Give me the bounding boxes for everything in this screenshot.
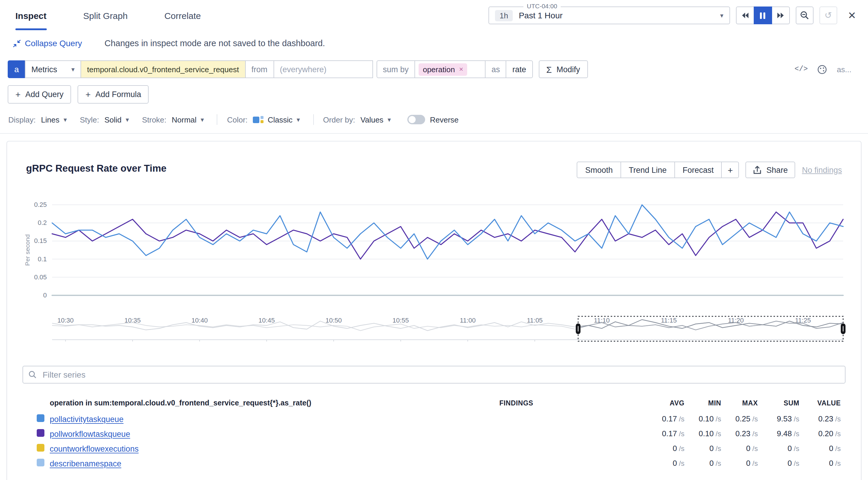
- smooth-label: Smooth: [585, 165, 613, 174]
- share-button[interactable]: Share: [746, 162, 796, 178]
- order-by-dropdown[interactable]: Values▾: [361, 115, 391, 124]
- value-cell: 0.20 /s: [799, 429, 841, 438]
- table-row[interactable]: describenamespace0 /s0 /s0 /s0 /s0 /s: [7, 456, 861, 471]
- pause-button[interactable]: [754, 6, 772, 24]
- remove-tag-icon[interactable]: ×: [459, 65, 463, 73]
- as-more-label[interactable]: as...: [837, 65, 851, 74]
- color-dropdown[interactable]: Classic▾: [268, 115, 300, 124]
- add-formula-label: Add Formula: [95, 90, 141, 99]
- filter-series-box: [23, 366, 845, 384]
- column-min[interactable]: MIN: [684, 399, 721, 407]
- top-bar: Inspect Split Graph Correlate UTC-04:00 …: [0, 0, 868, 31]
- mode-tabs: Inspect Split Graph Correlate: [16, 0, 201, 31]
- filter-series-input[interactable]: [41, 369, 840, 380]
- series-name-cell[interactable]: pollactivitytaskqueue: [50, 413, 392, 424]
- tab-split-graph-label: Split Graph: [83, 10, 128, 21]
- reverse-toggle[interactable]: [407, 115, 425, 124]
- series-name-cell[interactable]: describenamespace: [50, 458, 392, 469]
- time-controls: UTC-04:00 1h Past 1 Hour ▾ ↺: [489, 6, 857, 24]
- query-actions: + Add Query + Add Formula: [8, 85, 868, 103]
- query-extra-icons: </> as...: [795, 60, 856, 78]
- value-cell: 0 /s: [799, 459, 841, 468]
- skip-forward-button[interactable]: [772, 6, 790, 24]
- group-by-tag[interactable]: operation ×: [418, 63, 467, 75]
- add-query-button[interactable]: + Add Query: [8, 85, 71, 103]
- series-color-swatch: [37, 444, 44, 451]
- add-query-label: Add Query: [26, 90, 64, 99]
- sum-cell: 9.53 /s: [758, 414, 799, 423]
- close-icon: ✕: [848, 10, 857, 21]
- group-by-field[interactable]: operation ×: [414, 60, 486, 78]
- skip-back-icon: [741, 11, 750, 20]
- divider: [217, 114, 218, 125]
- no-findings-link[interactable]: No findings: [802, 165, 842, 174]
- series-name-link[interactable]: describenamespace: [50, 459, 121, 468]
- from-label: from: [245, 60, 274, 78]
- section-divider: [0, 133, 868, 134]
- swatch-lightblue: [260, 116, 264, 119]
- chart-toolbar: Smooth Trend Line Forecast + Share No fi…: [577, 162, 842, 178]
- palette-icon[interactable]: [817, 64, 828, 74]
- style-dropdown[interactable]: Solid▾: [104, 115, 129, 124]
- column-max[interactable]: MAX: [721, 399, 758, 407]
- svg-text:0.25: 0.25: [34, 201, 47, 208]
- min-cell: 0.10 /s: [684, 414, 721, 423]
- max-cell: 0.25 /s: [721, 414, 758, 423]
- series-name-cell[interactable]: countworkflowexecutions: [50, 443, 392, 454]
- trend-line-button[interactable]: Trend Line: [621, 162, 675, 178]
- modify-button[interactable]: Σ Modify: [538, 60, 588, 78]
- series-name-link[interactable]: pollworkflowtaskqueue: [50, 429, 130, 438]
- avg-cell: 0 /s: [641, 444, 684, 453]
- swatch-blue: [253, 116, 259, 123]
- rate-selector[interactable]: rate: [506, 60, 533, 78]
- value-cell: 0.23 /s: [799, 414, 841, 423]
- analysis-buttons: Smooth Trend Line Forecast +: [577, 162, 739, 178]
- tab-inspect[interactable]: Inspect: [16, 0, 46, 31]
- source-dropdown[interactable]: Metrics ▾: [25, 60, 81, 78]
- smooth-button[interactable]: Smooth: [577, 162, 621, 178]
- forecast-button[interactable]: Forecast: [674, 162, 722, 178]
- close-button[interactable]: ✕: [848, 9, 857, 22]
- tab-split-graph[interactable]: Split Graph: [83, 0, 128, 31]
- code-view-icon[interactable]: </>: [795, 65, 808, 73]
- table-row[interactable]: pollworkflowtaskqueue0.17 /s0.10 /s0.23 …: [7, 426, 861, 441]
- zoom-out-button[interactable]: [796, 6, 813, 24]
- table-row[interactable]: countworkflowexecutions0 /s0 /s0 /s0 /s0…: [7, 441, 861, 456]
- minimap-scrubber[interactable]: [7, 316, 862, 343]
- stroke-dropdown[interactable]: Normal▾: [172, 115, 204, 124]
- metric-name-field[interactable]: temporal.cloud.v0_frontend_service_reque…: [81, 60, 245, 78]
- plus-icon: +: [16, 89, 21, 99]
- svg-text:0.2: 0.2: [38, 219, 47, 226]
- tab-correlate[interactable]: Correlate: [164, 0, 201, 31]
- table-row[interactable]: pollactivitytaskqueue0.17 /s0.10 /s0.25 …: [7, 411, 861, 426]
- reset-button[interactable]: ↺: [819, 6, 837, 24]
- sum-cell: 0 /s: [758, 459, 799, 468]
- modify-label: Modify: [557, 65, 580, 74]
- min-cell: 0 /s: [684, 459, 721, 468]
- column-sum[interactable]: SUM: [758, 399, 799, 407]
- series-name-link[interactable]: pollactivitytaskqueue: [50, 415, 123, 423]
- add-formula-button[interactable]: + Add Formula: [78, 85, 149, 103]
- time-range-picker[interactable]: UTC-04:00 1h Past 1 Hour ▾: [489, 6, 730, 24]
- series-name-cell[interactable]: pollworkflowtaskqueue: [50, 428, 392, 439]
- collapse-query-link[interactable]: Collapse Query: [13, 38, 82, 48]
- skip-back-button[interactable]: [736, 6, 754, 24]
- column-value[interactable]: VALUE: [799, 399, 841, 407]
- search-icon: [28, 371, 37, 379]
- display-dropdown[interactable]: Lines▾: [41, 115, 67, 124]
- divider: [313, 114, 313, 125]
- column-avg[interactable]: AVG: [641, 399, 684, 407]
- from-filter-input[interactable]: (everywhere): [273, 60, 373, 78]
- chevron-down-icon: ▾: [126, 116, 129, 123]
- share-icon: [753, 165, 762, 174]
- swatch-yellow: [260, 120, 264, 123]
- series-table-header: operation in sum:temporal.cloud.v0_front…: [7, 395, 861, 411]
- swatch-cell: [37, 443, 50, 454]
- timeseries-chart[interactable]: 00.050.10.150.20.2510:3010:3510:4010:451…: [7, 196, 862, 327]
- chart-title: gRPC Request Rate over Time: [26, 163, 166, 174]
- series-name-link[interactable]: countworkflowexecutions: [50, 444, 138, 453]
- add-analysis-button[interactable]: +: [721, 162, 739, 178]
- value-cell: 0 /s: [799, 444, 841, 453]
- query-letter-badge: a: [8, 60, 26, 78]
- source-dropdown-label: Metrics: [31, 65, 57, 74]
